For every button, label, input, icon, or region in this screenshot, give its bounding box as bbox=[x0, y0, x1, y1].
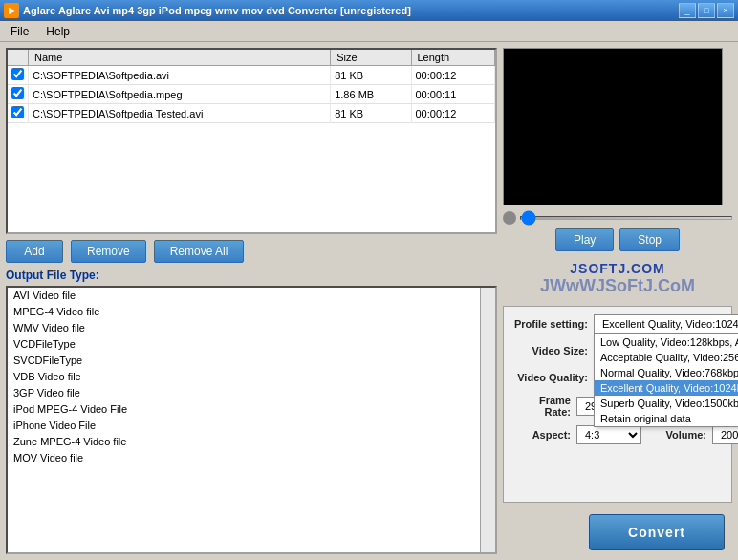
list-item[interactable]: 3GP Video file bbox=[8, 385, 480, 401]
row-checkbox-cell[interactable] bbox=[8, 85, 29, 104]
list-item[interactable]: Zune MPEG-4 Video file bbox=[8, 434, 480, 450]
watermark-sub: JWwWJSoFtJ.CoM bbox=[503, 276, 732, 296]
col-check bbox=[8, 50, 29, 66]
table-row[interactable]: C:\SOFTPEDIA\Softpedia Tested.avi 81 KB … bbox=[8, 104, 495, 123]
watermark-main: JSOFTJ.COM bbox=[503, 261, 732, 276]
row-checkbox-cell[interactable] bbox=[8, 104, 29, 123]
profile-dropdown[interactable]: Low Quality, Video:128kbps, Audio:48kbps… bbox=[594, 314, 738, 334]
table-row[interactable]: C:\SOFTPEDIA\Softpedia.avi 81 KB 00:00:1… bbox=[8, 66, 495, 85]
profile-dropdown-container: Low Quality, Video:128kbps, Audio:48kbps… bbox=[594, 314, 738, 334]
volume-label: Volume: bbox=[647, 429, 706, 441]
profile-row: Profile setting: Low Quality, Video:128k… bbox=[511, 314, 724, 334]
output-list: AVI Video fileMPEG-4 Video fileWMV Video… bbox=[8, 288, 480, 552]
settings-panel: Profile setting: Low Quality, Video:128k… bbox=[503, 306, 732, 503]
aspect-label: Aspect: bbox=[511, 429, 571, 441]
volume-icon bbox=[503, 211, 516, 225]
col-size: Size bbox=[331, 50, 411, 66]
minimize-button[interactable]: _ bbox=[679, 3, 696, 18]
video-slider-container bbox=[503, 211, 732, 225]
output-section: Output File Type: AVI Video fileMPEG-4 V… bbox=[6, 269, 497, 554]
list-item[interactable]: VCDFileType bbox=[8, 336, 480, 353]
remove-button[interactable]: Remove bbox=[71, 240, 146, 263]
profile-label: Profile setting: bbox=[511, 318, 588, 330]
col-length: Length bbox=[411, 50, 495, 66]
dropdown-option[interactable]: Retain original data bbox=[595, 411, 738, 426]
video-size-label: Video Size: bbox=[511, 345, 588, 356]
maximize-button[interactable]: □ bbox=[698, 3, 715, 18]
menu-bar: File Help bbox=[0, 21, 738, 42]
video-preview bbox=[503, 48, 723, 205]
video-controls: Play Stop bbox=[503, 211, 732, 251]
row-checkbox[interactable] bbox=[11, 68, 24, 80]
list-item[interactable]: MPEG-4 Video file bbox=[8, 304, 480, 320]
volume-dropdown[interactable]: 20010015050 bbox=[712, 425, 738, 444]
output-scrollbar[interactable] bbox=[480, 288, 495, 552]
video-seek-slider[interactable] bbox=[520, 216, 732, 220]
list-item[interactable]: VDB Video file bbox=[8, 369, 480, 385]
file-table: Name Size Length C:\SOFTPEDIA\Softpedia.… bbox=[8, 50, 495, 123]
row-checkbox[interactable] bbox=[11, 106, 24, 118]
dropdown-option[interactable]: Superb Quality, Video:1500kbps, Audio:22… bbox=[595, 396, 738, 411]
convert-row: Convert bbox=[503, 508, 732, 554]
row-name: C:\SOFTPEDIA\Softpedia.avi bbox=[29, 66, 331, 85]
output-list-container: AVI Video fileMPEG-4 Video fileWMV Video… bbox=[6, 286, 497, 554]
row-checkbox[interactable] bbox=[11, 87, 24, 99]
volume-group: Volume: 20010015050 bbox=[647, 425, 738, 444]
table-header-row: Name Size Length bbox=[8, 50, 495, 66]
row-name: C:\SOFTPEDIA\Softpedia Tested.avi bbox=[29, 104, 331, 123]
list-item[interactable]: AVI Video file bbox=[8, 288, 480, 304]
title-bar-title: Aglare Aglare Avi mp4 3gp iPod mpeg wmv … bbox=[23, 5, 679, 16]
col-name: Name bbox=[29, 50, 331, 66]
action-buttons-row: Add Remove Remove All bbox=[6, 240, 497, 263]
right-panel: Play Stop JSOFTJ.COM JWwWJSoFtJ.CoM Prof… bbox=[503, 48, 732, 554]
video-btn-row: Play Stop bbox=[503, 228, 732, 251]
profile-dropdown-open: Low Quality, Video:128kbps, Audio:48kbps… bbox=[594, 334, 738, 427]
add-button[interactable]: Add bbox=[6, 240, 63, 263]
row-size: 81 KB bbox=[331, 104, 411, 123]
aspect-volume-row: Aspect: 4:316:9Original Volume: 20010015… bbox=[511, 425, 724, 444]
play-button[interactable]: Play bbox=[555, 228, 614, 251]
row-length: 00:00:12 bbox=[411, 104, 495, 123]
frame-rate-label: Frame Rate: bbox=[511, 395, 571, 418]
aspect-group: Aspect: 4:316:9Original bbox=[511, 425, 641, 444]
left-panel: Name Size Length C:\SOFTPEDIA\Softpedia.… bbox=[6, 48, 497, 554]
app-icon: ▶ bbox=[4, 3, 19, 18]
remove-all-button[interactable]: Remove All bbox=[154, 240, 245, 263]
row-length: 00:00:12 bbox=[411, 66, 495, 85]
menu-help[interactable]: Help bbox=[37, 22, 78, 41]
dropdown-option[interactable]: Low Quality, Video:128kbps, Audio:48kbps bbox=[595, 334, 738, 350]
row-length: 00:00:11 bbox=[411, 85, 495, 104]
convert-button[interactable]: Convert bbox=[589, 514, 725, 550]
table-row[interactable]: C:\SOFTPEDIA\Softpedia.mpeg 1.86 MB 00:0… bbox=[8, 85, 495, 104]
list-item[interactable]: iPod MPEG-4 Video File bbox=[8, 401, 480, 418]
stop-button[interactable]: Stop bbox=[619, 228, 680, 251]
video-quality-label: Video Quality: bbox=[511, 372, 588, 383]
list-item[interactable]: SVCDFileType bbox=[8, 353, 480, 369]
list-item[interactable]: iPhone Video File bbox=[8, 418, 480, 434]
title-bar-controls: _ □ × bbox=[679, 3, 734, 18]
menu-file[interactable]: File bbox=[2, 22, 37, 41]
dropdown-option[interactable]: Acceptable Quality, Video:256kbps, Audio… bbox=[595, 350, 738, 365]
title-bar: ▶ Aglare Aglare Avi mp4 3gp iPod mpeg wm… bbox=[0, 0, 738, 21]
dropdown-option[interactable]: Excellent Quality, Video:1024kbps, Audio… bbox=[595, 380, 738, 396]
row-checkbox-cell[interactable] bbox=[8, 66, 29, 85]
row-size: 1.86 MB bbox=[331, 85, 411, 104]
list-item[interactable]: WMV Video file bbox=[8, 320, 480, 336]
dropdown-option[interactable]: Normal Quality, Video:768kbps, Audio:128… bbox=[595, 365, 738, 380]
close-button[interactable]: × bbox=[717, 3, 734, 18]
row-name: C:\SOFTPEDIA\Softpedia.mpeg bbox=[29, 85, 331, 104]
file-table-container: Name Size Length C:\SOFTPEDIA\Softpedia.… bbox=[6, 48, 497, 234]
aspect-dropdown[interactable]: 4:316:9Original bbox=[576, 425, 641, 444]
main-content: Name Size Length C:\SOFTPEDIA\Softpedia.… bbox=[0, 42, 738, 560]
list-item[interactable]: MOV Video file bbox=[8, 450, 480, 466]
watermark-area: JSOFTJ.COM JWwWJSoFtJ.CoM bbox=[503, 257, 732, 300]
row-size: 81 KB bbox=[331, 66, 411, 85]
output-section-label: Output File Type: bbox=[6, 269, 497, 282]
